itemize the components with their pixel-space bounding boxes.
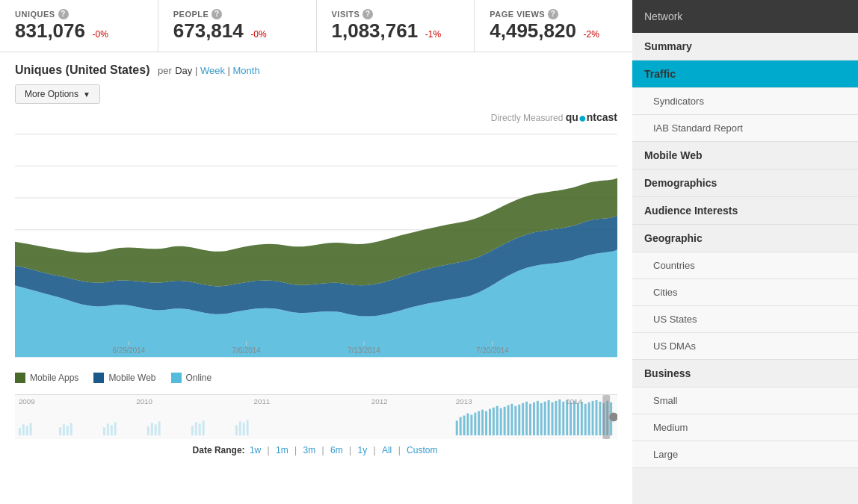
svg-rect-27	[59, 428, 61, 436]
legend-mobile-apps-color	[15, 373, 25, 383]
period-week-link[interactable]: Week	[200, 65, 225, 76]
sidebar-item-us-states[interactable]: US States	[632, 306, 858, 333]
main-content: UNIQUES ? 831,076 -0% PEOPLE ? 673,814 -…	[0, 0, 632, 504]
people-value: 673,814 -0%	[173, 19, 301, 43]
legend-mobile-web-color	[93, 373, 104, 383]
period-day-link[interactable]: Day	[175, 65, 192, 76]
sidebar-item-geographic[interactable]: Geographic	[632, 225, 858, 252]
date-range-custom[interactable]: Custom	[407, 445, 437, 455]
stats-bar: UNIQUES ? 831,076 -0% PEOPLE ? 673,814 -…	[0, 0, 632, 52]
svg-rect-48	[460, 417, 462, 436]
svg-rect-53	[478, 411, 480, 435]
legend-mobile-apps: Mobile Apps	[15, 373, 78, 383]
svg-rect-78	[570, 402, 572, 435]
svg-rect-82	[584, 404, 587, 435]
svg-rect-29	[67, 426, 69, 436]
svg-rect-60	[504, 407, 506, 435]
svg-rect-90	[602, 395, 610, 439]
svg-rect-38	[158, 422, 161, 436]
date-range-1y[interactable]: 1y	[357, 445, 367, 455]
svg-rect-41	[199, 424, 201, 436]
sidebar-item-large[interactable]: Large	[632, 441, 858, 468]
svg-rect-37	[155, 425, 157, 436]
sidebar-item-summary[interactable]: Summary	[632, 33, 858, 60]
svg-rect-55	[485, 411, 487, 435]
svg-text:2009: 2009	[19, 397, 35, 405]
date-range-1m[interactable]: 1m	[276, 445, 288, 455]
sidebar-item-medium[interactable]: Medium	[632, 414, 858, 441]
svg-rect-81	[581, 402, 583, 435]
svg-text:2013: 2013	[456, 397, 472, 405]
svg-text:2014: 2014	[566, 397, 582, 405]
svg-rect-45	[243, 423, 245, 436]
svg-rect-46	[247, 420, 249, 436]
stat-pageviews: PAGE VIEWS ? 4,495,820 -2%	[475, 0, 632, 52]
svg-rect-43	[235, 426, 238, 436]
date-range-1w[interactable]: 1w	[250, 445, 261, 455]
timeline-chart[interactable]: 2009 2010 2011 2012 2013 2014	[15, 395, 617, 439]
date-range-3m[interactable]: 3m	[303, 445, 316, 455]
date-range-6m[interactable]: 6m	[330, 445, 343, 455]
pageviews-label: PAGE VIEWS	[490, 10, 545, 19]
more-options-button[interactable]: More Options ▼	[15, 84, 100, 104]
sidebar-item-syndicators[interactable]: Syndicators	[632, 88, 858, 115]
svg-rect-54	[481, 410, 484, 435]
stat-uniques: UNIQUES ? 831,076 -0%	[0, 0, 158, 52]
chart-section: Uniques (United States) per Day | Week |…	[0, 52, 632, 394]
chart-container: 1.4M 1.2M 1M 800K 600K 400K 200K 6/29/20…	[15, 126, 617, 365]
svg-rect-74	[555, 401, 557, 435]
visits-label: VISITS	[332, 10, 360, 19]
svg-rect-64	[518, 405, 520, 435]
uniques-value: 831,076 -0%	[15, 19, 143, 43]
pageviews-value: 4,495,820 -2%	[490, 19, 617, 43]
svg-text:2010: 2010	[136, 397, 152, 405]
sidebar-item-business[interactable]: Business	[632, 360, 858, 388]
timeline-container[interactable]: 2009 2010 2011 2012 2013 2014	[15, 394, 617, 439]
svg-rect-76	[562, 402, 564, 435]
legend-online: Online	[171, 373, 212, 383]
svg-rect-40	[195, 423, 197, 436]
sidebar-item-us-dmas[interactable]: US DMAs	[632, 333, 858, 360]
svg-rect-83	[588, 402, 590, 435]
svg-text:6/29/2014: 6/29/2014	[112, 346, 145, 355]
svg-rect-30	[70, 423, 72, 436]
sidebar-item-audience-interests[interactable]: Audience Interests	[632, 197, 858, 225]
people-label: PEOPLE	[173, 10, 209, 19]
svg-text:7/6/2014: 7/6/2014	[232, 346, 262, 355]
pageviews-info-icon[interactable]: ?	[548, 9, 558, 19]
svg-rect-67	[529, 404, 531, 435]
sidebar-item-demographics[interactable]: Demographics	[632, 169, 858, 197]
sidebar-network-header: Network	[632, 0, 858, 33]
area-chart: 1.4M 1.2M 1M 800K 600K 400K 200K 6/29/20…	[15, 126, 617, 365]
sidebar-item-traffic[interactable]: Traffic	[632, 60, 858, 88]
svg-rect-49	[463, 416, 466, 436]
svg-rect-57	[493, 408, 495, 435]
svg-rect-69	[537, 401, 539, 435]
stat-people: PEOPLE ? 673,814 -0%	[158, 0, 317, 52]
period-month-link[interactable]: Month	[233, 65, 260, 76]
sidebar-item-small[interactable]: Small	[632, 388, 858, 414]
svg-rect-65	[522, 403, 524, 435]
chevron-down-icon: ▼	[83, 90, 90, 99]
visits-info-icon[interactable]: ?	[362, 9, 373, 19]
svg-rect-62	[510, 404, 513, 435]
chart-title: Uniques (United States) per Day | Week |…	[15, 63, 617, 77]
people-info-icon[interactable]: ?	[212, 9, 222, 19]
date-range-all[interactable]: All	[382, 445, 392, 455]
uniques-info-icon[interactable]: ?	[58, 9, 69, 19]
sidebar-item-mobile-web[interactable]: Mobile Web	[632, 142, 858, 169]
uniques-label: UNIQUES	[15, 10, 55, 19]
svg-rect-63	[514, 406, 516, 435]
svg-rect-86	[599, 402, 601, 435]
svg-rect-52	[474, 413, 476, 435]
sidebar-item-cities[interactable]: Cities	[632, 279, 858, 306]
svg-rect-42	[203, 421, 205, 436]
visits-value: 1,083,761 -1%	[332, 19, 460, 43]
svg-rect-26	[30, 423, 32, 436]
svg-rect-70	[540, 403, 543, 435]
svg-text:7/13/2014: 7/13/2014	[348, 346, 380, 355]
sidebar-item-iab-report[interactable]: IAB Standard Report	[632, 115, 858, 142]
svg-rect-75	[558, 399, 561, 435]
quantcast-label: Directly Measured qu●ntcast	[15, 111, 617, 123]
sidebar-item-countries[interactable]: Countries	[632, 252, 858, 279]
